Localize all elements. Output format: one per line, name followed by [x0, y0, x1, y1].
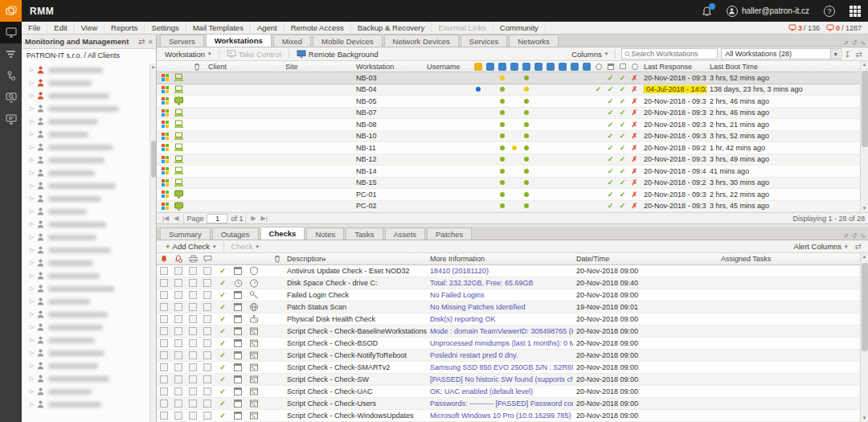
client-tree-item[interactable]: ▷	[22, 256, 149, 269]
detail-tab-tasks[interactable]: Tasks	[346, 227, 383, 240]
message-checkbox[interactable]	[203, 412, 211, 420]
client-tree-item[interactable]: ▷	[22, 244, 149, 256]
calendar-column-icon[interactable]	[604, 63, 616, 71]
workstation-row[interactable]: NB-12 ✓✓✗ 20-Nov-2018 - 09:33 3 hrs, 49 …	[157, 154, 860, 166]
checks-scroll-thumb[interactable]	[862, 263, 868, 351]
col-username[interactable]: Username	[424, 63, 472, 71]
alert-checkbox[interactable]	[160, 303, 168, 311]
tab-mobile-devices[interactable]: Mobile Devices	[313, 35, 382, 47]
workstation-row[interactable]: NB-07 ✓✓✗ 20-Nov-2018 - 09:36 2 hrs, 46 …	[157, 108, 860, 120]
check-more-information[interactable]: Disk(s) reporting OK	[427, 315, 573, 323]
client-tree-item[interactable]: ▷	[22, 295, 149, 308]
maximize-details-icon[interactable]: ⇘	[860, 232, 866, 240]
client-tree-item[interactable]: ▷	[22, 128, 149, 141]
alert-delay-checkbox[interactable]	[174, 303, 182, 311]
check-more-information[interactable]: Samsung SSD 850 EVO 250GB S/N : S2R6NX0J…	[427, 363, 573, 371]
print-checkbox[interactable]	[189, 351, 197, 359]
print-checkbox[interactable]	[189, 279, 197, 287]
power-column-icon[interactable]	[628, 63, 641, 71]
help-icon[interactable]: ?	[824, 6, 835, 17]
message-checkbox[interactable]	[203, 267, 211, 275]
backup-column-icon[interactable]	[484, 63, 496, 71]
expand-arrow-icon[interactable]: ▷	[30, 182, 37, 189]
col-assigned-tasks[interactable]: Assigned Tasks	[718, 255, 860, 263]
sidebar-collapse-icon[interactable]: «	[148, 37, 153, 46]
client-tree-item[interactable]: ▷	[22, 231, 149, 244]
expand-arrow-icon[interactable]: ▷	[30, 350, 37, 356]
expand-arrow-icon[interactable]: ▷	[30, 144, 37, 150]
alert-delay-checkbox[interactable]	[174, 267, 182, 275]
workstation-row[interactable]: NB-05 ✓✓✗ 20-Nov-2018 - 09:36 2 hrs, 46 …	[157, 96, 860, 108]
sidebar-scroll-thumb[interactable]	[151, 141, 156, 178]
client-tree-item[interactable]: ▷	[22, 398, 149, 411]
menu-item[interactable]: Reports	[104, 22, 145, 34]
expand-arrow-icon[interactable]: ▷	[30, 221, 37, 227]
shield-small-column-icon[interactable]	[544, 63, 556, 71]
refresh-list-icon[interactable]: ⇄	[856, 50, 862, 59]
alert-delay-checkbox[interactable]	[174, 315, 182, 323]
expand-arrow-icon[interactable]: ▷	[30, 67, 37, 73]
first-page-icon[interactable]: |◀	[162, 215, 169, 222]
alert-delay-checkbox[interactable]	[174, 339, 182, 347]
restore-panel-icon[interactable]: ⇗	[843, 39, 849, 47]
print-checkbox[interactable]	[189, 315, 197, 323]
alert-checkbox[interactable]	[160, 412, 168, 420]
remote-support-icon[interactable]	[0, 109, 22, 130]
check-more-information[interactable]: Total: 232.32GB, Free: 65.69GB	[427, 279, 573, 287]
alert-checkbox[interactable]	[160, 387, 168, 395]
col-description[interactable]: Description	[284, 255, 427, 263]
sites-icon[interactable]	[0, 65, 22, 87]
gear-column-icon[interactable]	[568, 63, 580, 71]
alert-delay-checkbox[interactable]	[174, 291, 182, 299]
alert-checkbox[interactable]	[160, 375, 168, 383]
columns-menu-button[interactable]: Columns	[567, 48, 612, 60]
antivirus-shield-column-icon[interactable]	[472, 63, 484, 71]
client-tree-item[interactable]: ▷	[22, 321, 149, 334]
check-more-information[interactable]: 18410 (20181120)	[427, 267, 573, 275]
print-checkbox[interactable]	[189, 375, 197, 383]
restore-details-icon[interactable]: ⇗	[843, 232, 849, 240]
menu-item[interactable]: Edit	[47, 22, 74, 34]
expand-arrow-icon[interactable]: ▷	[30, 92, 37, 99]
print-checkbox[interactable]	[189, 303, 197, 311]
expand-arrow-icon[interactable]: ▷	[30, 118, 37, 125]
check-row[interactable]: ✓ Script Check - Check-BSOD Unprocessed …	[157, 338, 860, 350]
client-tree-item[interactable]: ▷	[22, 76, 149, 89]
tab-services[interactable]: Services	[461, 35, 507, 47]
print-checkbox[interactable]	[189, 412, 197, 420]
workstation-menu-button[interactable]: Workstation	[160, 48, 216, 60]
print-checkbox[interactable]	[189, 291, 197, 299]
alert-checkbox[interactable]	[160, 339, 168, 347]
check-more-information[interactable]: No Missing Patches Identified	[427, 303, 573, 311]
check-row[interactable]: ✓ Script Check - Check-SW [PASSED] No hi…	[157, 374, 860, 386]
alert-checkbox[interactable]	[160, 267, 168, 275]
notifications-bell-icon[interactable]	[702, 6, 712, 17]
search-devices-icon[interactable]	[0, 87, 22, 109]
detail-tab-summary[interactable]: Summary	[160, 227, 211, 240]
alert-checkbox[interactable]	[160, 279, 168, 287]
client-tree-item[interactable]: ▷	[22, 218, 149, 231]
workstation-row[interactable]: NB-03 ✓✓✗ 20-Nov-2018 - 09:30 3 hrs, 52 …	[157, 72, 860, 84]
workstation-row[interactable]: PC-01 ✓✓✗ 20-Nov-2018 - 09:30 2 hrs, 22 …	[157, 189, 860, 201]
check-row[interactable]: ✓ Physical Disk Health Check Disk(s) rep…	[157, 313, 860, 326]
expand-arrow-icon[interactable]: ▷	[30, 260, 37, 266]
client-tree-item[interactable]: ▷	[22, 141, 149, 154]
expand-arrow-icon[interactable]: ▷	[30, 234, 37, 240]
expand-arrow-icon[interactable]: ▷	[30, 272, 37, 279]
detail-tab-notes[interactable]: Notes	[306, 227, 344, 240]
workstation-row[interactable]: NB-15 ✓✓✗ 20-Nov-2018 - 09:22 3 hrs, 30 …	[157, 178, 860, 190]
print-checkbox[interactable]	[189, 327, 197, 335]
col-datetime[interactable]: Date/Time	[573, 255, 718, 263]
menu-item[interactable]: Settings	[145, 22, 186, 34]
client-tree-item[interactable]: ▷	[22, 64, 149, 76]
expand-arrow-icon[interactable]: ▷	[30, 105, 37, 112]
menu-item[interactable]: View	[75, 22, 104, 34]
dashboard-icon[interactable]	[0, 22, 22, 43]
col-last-response[interactable]: Last Response	[641, 63, 706, 71]
alert-checkbox[interactable]	[160, 399, 168, 408]
message-checkbox[interactable]	[203, 387, 211, 395]
message-checkbox[interactable]	[203, 327, 211, 335]
expand-arrow-icon[interactable]: ▷	[30, 157, 37, 163]
check-row[interactable]: ✓ Disk Space Check - drive C: Total: 232…	[157, 277, 860, 289]
message-checkbox[interactable]	[203, 375, 211, 383]
